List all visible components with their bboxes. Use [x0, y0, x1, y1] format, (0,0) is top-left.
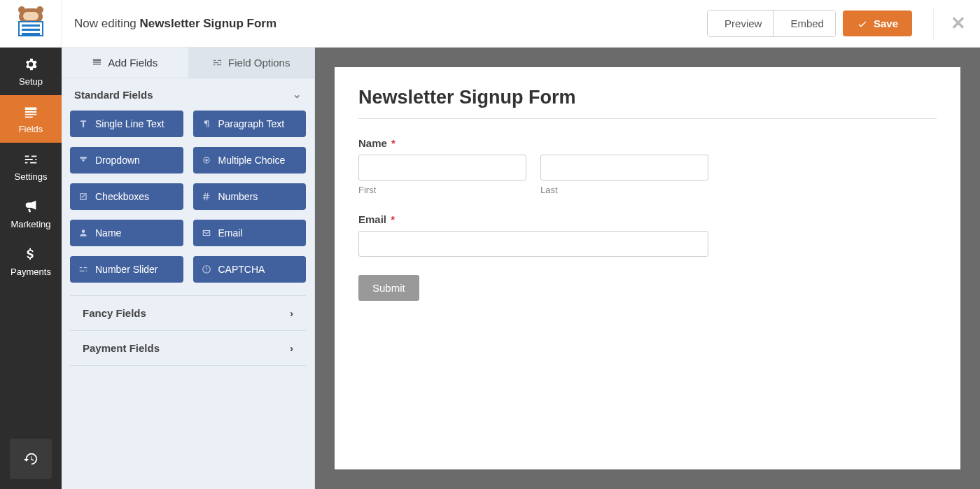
nav-fields-label: Fields	[19, 124, 43, 134]
embed-label: Embed	[790, 17, 824, 29]
group-fancy-label: Fancy Fields	[83, 307, 146, 319]
page-title: Now editing Newsletter Signup Form	[62, 17, 707, 31]
field-paragraph-text[interactable]: Paragraph Text	[193, 111, 307, 137]
editing-prefix: Now editing	[74, 17, 140, 30]
tab-add-fields[interactable]: Add Fields	[62, 48, 188, 78]
nav-marketing[interactable]: Marketing	[0, 190, 62, 238]
field-single-line-text[interactable]: Single Line Text	[70, 111, 183, 137]
sliders-icon	[23, 152, 38, 167]
options-icon	[212, 57, 223, 68]
fields-panel: Add Fields Field Options Standard Fields…	[62, 48, 315, 489]
logo[interactable]	[0, 0, 62, 48]
name-label-text: Name	[358, 137, 387, 149]
slider-icon	[78, 264, 88, 274]
field-label: Numbers	[218, 191, 258, 202]
first-name-input[interactable]	[358, 155, 526, 180]
checkbox-icon	[78, 192, 88, 201]
nav-rail: Setup Fields Settings Marketing Payments	[0, 48, 62, 489]
first-sublabel: First	[358, 185, 526, 195]
field-label: Email	[218, 227, 243, 239]
panel-tabs: Add Fields Field Options	[62, 48, 314, 78]
chevron-right-icon: ›	[290, 307, 293, 319]
save-label: Save	[874, 17, 898, 29]
group-standard-fields[interactable]: Standard Fields ⌄	[62, 78, 314, 111]
last-name-input[interactable]	[540, 155, 708, 180]
field-label: Dropdown	[95, 155, 140, 166]
form-icon	[23, 104, 38, 120]
canvas-area[interactable]: Newsletter Signup Form Name * First Last	[315, 48, 980, 489]
nav-setup[interactable]: Setup	[0, 48, 62, 95]
field-checkboxes[interactable]: Checkboxes	[70, 183, 183, 210]
nav-payments-label: Payments	[10, 267, 51, 277]
tab-add-label: Add Fields	[108, 57, 158, 69]
field-email[interactable]: Email	[193, 220, 307, 246]
preview-embed-group: Preview Embed	[707, 10, 836, 37]
email-label-text: Email	[358, 213, 386, 225]
paragraph-icon	[202, 119, 211, 129]
field-captcha[interactable]: CAPTCHA	[193, 256, 307, 283]
preview-button[interactable]: Preview	[708, 10, 773, 36]
form-title[interactable]: Newsletter Signup Form	[358, 87, 937, 119]
field-label: Paragraph Text	[218, 118, 285, 129]
group-fancy-fields[interactable]: Fancy Fields ›	[70, 296, 306, 331]
submit-button[interactable]: Submit	[358, 275, 419, 301]
last-sublabel: Last	[540, 185, 708, 195]
form-preview[interactable]: Newsletter Signup Form Name * First Last	[335, 67, 960, 469]
envelope-icon	[202, 228, 211, 238]
nav-settings-label: Settings	[15, 171, 48, 182]
nav-setup-label: Setup	[19, 76, 43, 87]
preview-label: Preview	[724, 17, 762, 29]
field-label: Name	[95, 227, 121, 239]
nav-payments[interactable]: Payments	[0, 238, 62, 285]
nav-settings[interactable]: Settings	[0, 143, 62, 190]
top-buttons: Preview Embed Save ✕	[707, 7, 972, 40]
name-label: Name *	[358, 137, 708, 149]
topbar: Now editing Newsletter Signup Form Previ…	[0, 0, 980, 48]
nav-fields[interactable]: Fields	[0, 95, 62, 143]
field-label: Single Line Text	[95, 118, 164, 129]
group-payment-label: Payment Fields	[83, 342, 160, 354]
dropdown-icon	[78, 155, 88, 165]
embed-button[interactable]: Embed	[773, 10, 835, 36]
history-icon	[23, 451, 38, 467]
hash-icon	[202, 192, 211, 201]
dollar-icon	[23, 247, 38, 262]
field-multiple-choice[interactable]: Multiple Choice	[193, 147, 307, 173]
save-button[interactable]: Save	[843, 10, 912, 36]
group-payment-fields[interactable]: Payment Fields ›	[70, 331, 306, 366]
field-label: CAPTCHA	[218, 264, 265, 275]
field-label: Multiple Choice	[218, 155, 286, 166]
field-label: Checkboxes	[95, 191, 149, 202]
bullhorn-icon	[23, 199, 38, 215]
radio-icon	[202, 155, 211, 165]
chevron-down-icon: ⌄	[293, 88, 302, 101]
nav-marketing-label: Marketing	[10, 219, 50, 229]
email-input[interactable]	[358, 231, 708, 257]
group-standard-label: Standard Fields	[74, 89, 153, 101]
standard-fields-grid: Single Line Text Paragraph Text Dropdown…	[62, 111, 314, 290]
revisions-button[interactable]	[10, 439, 52, 479]
email-label: Email *	[358, 213, 708, 225]
check-icon	[857, 18, 868, 29]
field-label: Number Slider	[95, 264, 158, 275]
field-name[interactable]: Name	[70, 220, 183, 246]
form-field-name[interactable]: Name * First Last	[358, 137, 708, 195]
required-marker: *	[391, 213, 395, 225]
form-name[interactable]: Newsletter Signup Form	[140, 17, 277, 30]
field-number-slider[interactable]: Number Slider	[70, 256, 183, 283]
gear-icon	[23, 57, 38, 72]
form-field-email[interactable]: Email *	[358, 213, 708, 257]
close-icon[interactable]: ✕	[933, 7, 966, 40]
field-dropdown[interactable]: Dropdown	[70, 147, 183, 173]
tab-options-label: Field Options	[228, 57, 290, 69]
captcha-icon	[202, 264, 211, 274]
required-marker: *	[391, 137, 396, 149]
add-fields-icon	[92, 57, 102, 68]
text-icon	[78, 119, 88, 129]
field-numbers[interactable]: Numbers	[193, 183, 307, 210]
tab-field-options[interactable]: Field Options	[188, 48, 315, 78]
chevron-right-icon: ›	[290, 342, 293, 354]
user-icon	[78, 228, 88, 238]
